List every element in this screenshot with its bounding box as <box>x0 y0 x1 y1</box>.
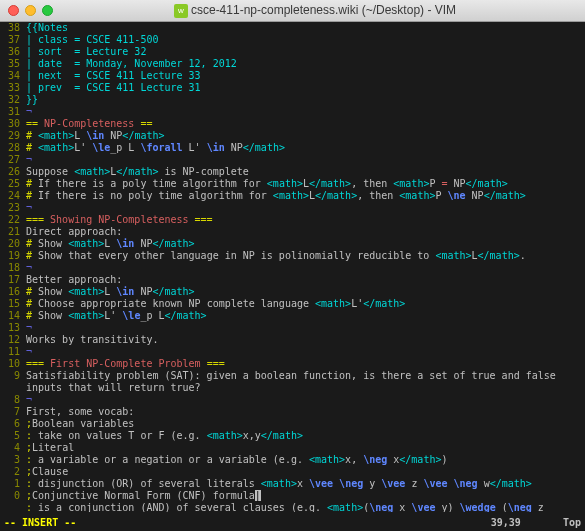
close-icon[interactable] <box>8 5 19 16</box>
zoom-icon[interactable] <box>42 5 53 16</box>
window-title: wcsce-411-np-completeness.wiki (~/Deskto… <box>53 3 577 18</box>
status-line: -- INSERT -- 39,39 Top <box>0 517 585 531</box>
vim-mode: -- INSERT -- <box>4 517 76 531</box>
titlebar: wcsce-411-np-completeness.wiki (~/Deskto… <box>0 0 585 22</box>
line-number-gutter: 3837363534333231302928272625242322212019… <box>0 22 24 512</box>
code-content[interactable]: {{Notes | class = CSCE 411-500 | sort = … <box>24 22 585 512</box>
file-icon: w <box>174 4 188 18</box>
editor-area[interactable]: 3837363534333231302928272625242322212019… <box>0 22 585 512</box>
cursor: | <box>255 490 261 501</box>
minimize-icon[interactable] <box>25 5 36 16</box>
cursor-position: 39,39 Top <box>491 517 581 531</box>
window-controls <box>8 5 53 16</box>
